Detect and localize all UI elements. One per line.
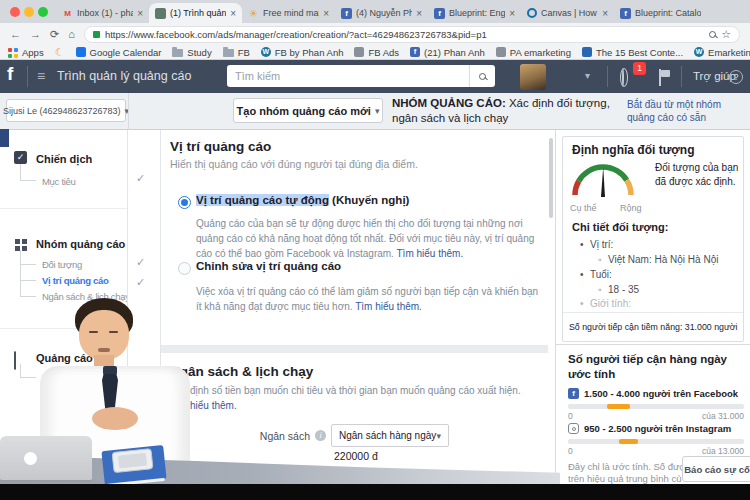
sidebar-item-adset[interactable]: Nhóm quảng cáo <box>36 238 125 250</box>
sidebar-item-audience[interactable]: Đối tượng <box>42 259 82 270</box>
tab-title: Blueprint: Catalo <box>635 8 701 18</box>
gmail-favicon: M <box>62 8 73 19</box>
facebook-logo-icon[interactable]: f <box>7 63 13 85</box>
sidebar-item-placement[interactable]: Vị trí quảng cáo <box>42 275 108 286</box>
use-existing-adset-link[interactable]: Bắt đầu từ một nhóm quảng cáo có sẵn <box>627 98 732 124</box>
address-bar[interactable]: https://www.facebook.com/ads/manager/cre… <box>84 26 740 43</box>
question-icon[interactable]: ? <box>729 70 743 84</box>
bookmark-emarketing-by-phan[interactable]: W EmarketingbyPhan... <box>694 47 750 58</box>
video-artifact <box>0 129 9 147</box>
sidebar-item-objective[interactable]: Mục tiêu <box>42 176 76 187</box>
section-divider <box>161 345 548 353</box>
estimate-note-line1: Đây chỉ là ước tính. Số đượ <box>568 461 686 472</box>
window-close-button[interactable] <box>10 7 20 17</box>
browser-tab-strip: M Inbox (1) - phana × (1) Trình quản lý … <box>0 0 750 23</box>
chevron-down-icon: ▾ <box>436 431 441 441</box>
create-adset-button[interactable]: Tạo nhóm quảng cáo mới ▾ <box>233 98 383 123</box>
bookmark-fb-ads[interactable]: FB Ads <box>354 47 399 58</box>
selected-text: Vị trí quảng cáo tự động <box>196 194 329 206</box>
bookmark-folder-fb[interactable]: FB <box>223 47 250 58</box>
home-icon[interactable]: ⌂ <box>68 28 75 40</box>
app-title[interactable]: Trình quản lý quảng cáo <box>57 69 191 83</box>
tab-title: Canvas | How Ca <box>541 8 598 18</box>
browser-tab-blueprint-catalog[interactable]: f Blueprint: Catalo <box>614 3 707 23</box>
hamburger-menu-icon[interactable]: ≡ <box>37 68 45 84</box>
presenter-hands <box>92 407 138 430</box>
facebook-icon: f <box>568 388 579 399</box>
monitor-icon <box>14 351 16 370</box>
account-selector[interactable]: Sijusi Le (462948623726783) ▾ <box>6 99 126 122</box>
instagram-reach-min: 0 <box>568 446 573 456</box>
bookmark-phan-anh[interactable]: f (21) Phan Anh <box>410 47 485 58</box>
instagram-reach-max: của 13.000 <box>680 446 744 456</box>
learn-more-link[interactable]: Tìm hiểu thêm. <box>397 248 464 259</box>
avatar[interactable] <box>520 64 546 90</box>
chevron-down-icon[interactable]: ▾ <box>585 70 590 81</box>
close-tab-icon[interactable]: × <box>323 8 329 19</box>
mindmap-favicon: ☀ <box>248 8 259 19</box>
budget-amount-input[interactable]: 220000 đ <box>334 450 378 462</box>
bookmark-google-calendar[interactable]: Google Calendar <box>76 47 162 58</box>
header-search[interactable] <box>227 65 495 87</box>
bookmark-folder-study[interactable]: Study <box>172 47 211 58</box>
placement-section-subtitle: Hiển thị quảng cáo với đúng người tại đú… <box>170 158 418 170</box>
bookmark-apps[interactable]: Apps <box>8 47 44 58</box>
edit-placement-label[interactable]: Chỉnh sửa vị trí quảng cáo <box>196 260 341 272</box>
search-icon[interactable] <box>709 31 716 38</box>
budget-field-label: Ngân sách <box>252 430 310 442</box>
browser-tab-blueprint-engage[interactable]: f Blueprint: Engagi × <box>428 3 521 23</box>
browser-tab-facebook-profile[interactable]: f (4) Nguyễn Phan × <box>335 3 428 23</box>
browser-tab-gmail[interactable]: M Inbox (1) - phana × <box>56 3 149 23</box>
search-icon <box>479 73 486 80</box>
chevron-down-icon: ▾ <box>375 106 380 116</box>
audience-gauge <box>570 159 638 203</box>
reload-icon[interactable]: ⟳ <box>50 28 59 41</box>
close-tab-icon[interactable]: × <box>509 8 515 19</box>
radio-auto-placement[interactable] <box>178 196 191 209</box>
presenter-tie-knot <box>103 366 117 375</box>
instagram-reach-track <box>568 439 744 444</box>
bookmark-star-icon[interactable]: ☆ <box>721 28 731 41</box>
site-icon <box>354 47 364 57</box>
browser-tab-mindmap[interactable]: ☀ Free mind map × <box>242 3 335 23</box>
facebook-reach-fill <box>607 404 630 409</box>
moon-icon: ☾ <box>55 47 65 57</box>
search-button[interactable] <box>469 65 495 87</box>
sidebar-item-campaign[interactable]: Chiến dịch <box>36 153 92 165</box>
bookmark-pa-emarketing[interactable]: PA emarketing <box>496 47 571 58</box>
tab-title: Inbox (1) - phana <box>77 8 133 18</box>
site-icon <box>496 47 506 57</box>
close-tab-icon[interactable]: × <box>137 8 143 19</box>
gauge-label-specific: Cụ thể <box>570 203 597 213</box>
facebook-reach-max: của 31.000 <box>680 411 744 421</box>
scrollbar-thumb[interactable] <box>549 138 553 218</box>
laptop <box>0 436 92 482</box>
notifications-globe-icon[interactable] <box>622 68 624 87</box>
info-icon[interactable]: i <box>315 430 326 441</box>
forward-icon[interactable]: → <box>30 28 41 40</box>
bookmark-15-best[interactable]: The 15 Best Conte... <box>582 47 683 58</box>
window-minimize-button[interactable] <box>24 7 34 17</box>
daily-reach-title: Số người tiếp cận hàng ngày ước tính <box>568 352 740 382</box>
notification-badge: 1 <box>633 62 646 75</box>
radio-edit-placement[interactable] <box>178 262 191 275</box>
budget-type-dropdown[interactable]: Ngân sách hàng ngày ▾ <box>331 424 449 447</box>
bookmark-moon[interactable]: ☾ <box>55 47 65 57</box>
search-input[interactable] <box>227 70 469 82</box>
window-zoom-button[interactable] <box>38 7 48 17</box>
back-icon[interactable]: ← <box>10 28 21 40</box>
learn-more-link[interactable]: Tìm hiểu thêm. <box>355 301 422 312</box>
grid-icon <box>15 239 20 244</box>
location-label: Vị trí: <box>590 239 613 250</box>
tab-title: (1) Trình quản lý c <box>170 8 226 18</box>
checked-checkbox-icon: ✓ <box>14 151 27 164</box>
bookmark-fb-by-phan-anh[interactable]: W FB by Phan Anh <box>261 47 344 58</box>
close-tab-icon[interactable]: × <box>230 8 236 19</box>
auto-placement-label[interactable]: Vị trí quảng cáo tự động (Khuyến nghị) <box>196 194 409 206</box>
instagram-icon <box>568 423 579 434</box>
report-issue-button[interactable]: Báo cáo sự cố <box>682 456 750 482</box>
browser-tab-canvas[interactable]: Canvas | How Ca × <box>521 3 614 23</box>
close-tab-icon[interactable]: × <box>416 8 422 19</box>
browser-tab-ads-manager[interactable]: (1) Trình quản lý c × <box>149 3 242 23</box>
close-tab-icon[interactable]: × <box>602 8 608 19</box>
